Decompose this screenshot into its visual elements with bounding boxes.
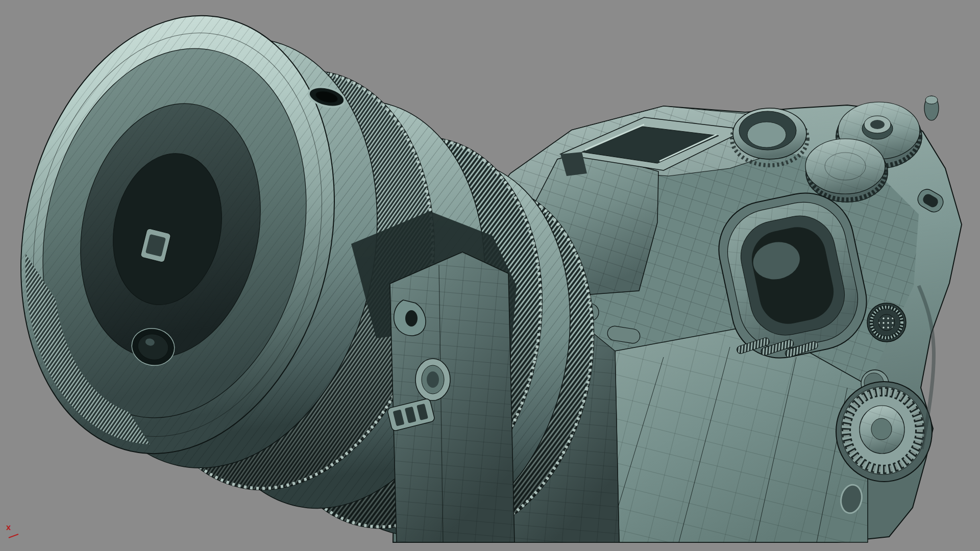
front-plate-wires bbox=[390, 252, 514, 542]
exposure-comp-dial bbox=[805, 139, 888, 202]
rear-control-wheel bbox=[836, 382, 932, 482]
camera-model-render bbox=[0, 0, 980, 551]
lens-group[interactable] bbox=[0, 0, 626, 551]
lens-release-button bbox=[415, 359, 450, 400]
joystick bbox=[867, 303, 906, 342]
wheel-center-button bbox=[871, 418, 892, 440]
3d-viewport[interactable]: X bbox=[0, 0, 980, 551]
